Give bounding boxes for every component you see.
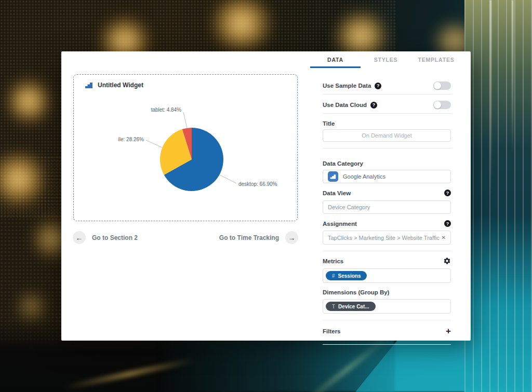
data-view-row: Data View ? xyxy=(323,190,451,196)
filters-label: Filters xyxy=(323,328,341,334)
widget-preview-area[interactable]: desktop: 66.90%ile: 28.26%tablet: 4.84% … xyxy=(73,74,298,221)
use-sample-data-row: Use Sample Data ? xyxy=(323,81,451,90)
nav-back[interactable]: ← Go to Section 2 xyxy=(73,231,138,244)
help-icon[interactable]: ? xyxy=(444,220,451,227)
assignment-value: TapClicks > Marketing Site > Website Tra… xyxy=(328,235,442,241)
arrow-right-icon[interactable]: → xyxy=(285,231,298,244)
metrics-label: Metrics xyxy=(323,258,343,264)
dimensions-label: Dimensions (Group By) xyxy=(323,289,451,295)
divider xyxy=(323,148,451,148)
metrics-row: Metrics xyxy=(323,257,451,265)
divider xyxy=(323,251,451,251)
widget-header: Untitled Widget xyxy=(85,81,143,89)
pie-label-mobile: ile: 28.26% xyxy=(118,137,144,142)
tab-data[interactable]: DATA xyxy=(310,51,361,68)
pie-leader-line xyxy=(183,112,187,128)
divider xyxy=(323,94,451,94)
widget-title: Untitled Widget xyxy=(98,82,143,89)
help-icon[interactable]: ? xyxy=(370,102,377,109)
data-category-label: Data Category xyxy=(323,160,451,167)
data-category-value: Google Analytics xyxy=(343,173,446,180)
dimensions-box[interactable]: T Device Cat... xyxy=(323,299,451,314)
tab-bar: DATA STYLES TEMPLATES xyxy=(310,51,471,68)
glass-reflection xyxy=(512,0,513,156)
toggle-knob xyxy=(434,101,441,109)
background-glass-panels xyxy=(464,0,532,392)
dimension-chip-device-category[interactable]: T Device Cat... xyxy=(326,302,376,311)
nav-forward-label[interactable]: Go to Time Tracking xyxy=(219,234,279,241)
use-data-cloud-row: Use Data Cloud ? xyxy=(323,100,451,110)
dimension-chip-label: Device Cat... xyxy=(338,304,369,309)
title-input[interactable] xyxy=(323,129,451,142)
google-analytics-icon xyxy=(328,171,338,182)
assignment-row: Assignment ? xyxy=(323,220,451,227)
use-sample-data-toggle[interactable] xyxy=(433,82,451,90)
metric-chip-label: Sessions xyxy=(338,273,361,279)
background-teal-glow xyxy=(156,340,395,392)
data-view-select[interactable]: Device Category xyxy=(323,200,451,214)
toggle-knob xyxy=(434,82,441,89)
assignment-label: Assignment xyxy=(323,221,357,227)
data-view-label: Data View xyxy=(323,190,351,196)
metric-type-icon: # xyxy=(332,273,335,279)
use-sample-data-label: Use Sample Data xyxy=(323,83,371,89)
divider xyxy=(323,113,451,114)
nav-forward[interactable]: Go to Time Tracking → xyxy=(219,231,298,244)
dimension-type-icon: T xyxy=(332,304,335,309)
pie-leader-line xyxy=(146,140,162,147)
tab-templates[interactable]: TEMPLATES xyxy=(411,51,461,68)
use-data-cloud-label: Use Data Cloud xyxy=(323,102,367,108)
filters-row: Filters + xyxy=(323,327,451,335)
clear-icon[interactable]: ✕ xyxy=(442,235,446,240)
divider xyxy=(323,320,451,320)
screen: desktop: 66.90%ile: 28.26%tablet: 4.84% … xyxy=(0,0,532,392)
widget-editor-dialog: desktop: 66.90%ile: 28.26%tablet: 4.84% … xyxy=(61,51,471,341)
settings-panel: DATA STYLES TEMPLATES Use Sample Data ? … xyxy=(310,51,471,341)
pie-label-desktop: desktop: 66.90% xyxy=(238,181,277,187)
use-data-cloud-toggle[interactable] xyxy=(433,101,451,109)
bar-chart-icon xyxy=(85,81,93,89)
data-category-select[interactable]: Google Analytics xyxy=(323,170,451,183)
pie-chart: desktop: 66.90%ile: 28.26%tablet: 4.84% xyxy=(74,75,297,221)
section-navigation: ← Go to Section 2 Go to Time Tracking → xyxy=(73,231,298,244)
data-view-value: Device Category xyxy=(328,204,446,210)
glass-streaks xyxy=(464,0,532,392)
title-label: Title xyxy=(323,120,451,127)
metrics-box[interactable]: # Sessions xyxy=(323,268,451,283)
add-filter-icon[interactable]: + xyxy=(446,327,451,335)
divider xyxy=(323,344,451,345)
pie-label-tablet: tablet: 4.84% xyxy=(151,107,181,113)
nav-back-label[interactable]: Go to Section 2 xyxy=(92,234,138,241)
bokeh-light xyxy=(16,291,47,322)
help-icon[interactable]: ? xyxy=(444,190,451,196)
pie-leader-line xyxy=(220,175,236,183)
metric-chip-sessions[interactable]: # Sessions xyxy=(326,271,367,280)
glass-reflection xyxy=(490,0,491,197)
help-icon[interactable]: ? xyxy=(375,83,381,89)
gear-icon[interactable] xyxy=(443,257,451,265)
assignment-select[interactable]: TapClicks > Marketing Site > Website Tra… xyxy=(323,231,451,245)
bokeh-light xyxy=(5,78,52,125)
tab-styles[interactable]: STYLES xyxy=(361,51,411,68)
arrow-left-icon[interactable]: ← xyxy=(73,231,86,244)
